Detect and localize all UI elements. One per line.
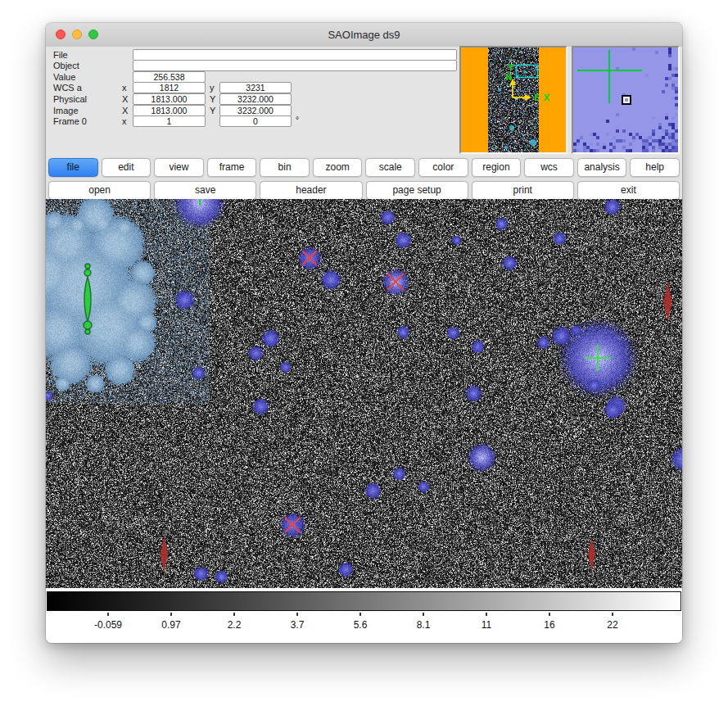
axis-label: Y — [210, 106, 215, 115]
colorbar-tick — [107, 613, 109, 616]
magnifier-canvas — [573, 48, 678, 152]
info-row-value: Value256.538 — [46, 71, 459, 83]
info-field[interactable] — [133, 60, 457, 71]
menu-button-frame[interactable]: frame — [207, 158, 257, 177]
axis-label: x — [122, 83, 127, 93]
panner-frame — [459, 46, 567, 154]
info-field[interactable]: 3231 — [219, 82, 292, 93]
info-row-label: Frame 0 — [53, 116, 87, 126]
menu-button-wcs[interactable]: wcs — [524, 158, 574, 177]
info-row-physical: PhysicalX1813.000Y3232.000 — [46, 93, 459, 105]
colorbar-tick — [296, 613, 298, 616]
axis-label: y — [210, 83, 215, 93]
info-field[interactable]: 3232.000 — [219, 105, 292, 116]
menu-button-view[interactable]: view — [154, 158, 204, 177]
colorbar-gradient[interactable] — [47, 591, 681, 611]
info-row-wcs-a: WCS ax1812y3231 — [46, 82, 459, 93]
info-row-label: Object — [53, 61, 79, 70]
menu-button-page-setup[interactable]: page setup — [366, 181, 468, 200]
menu-button-exit[interactable]: exit — [577, 181, 680, 200]
menu-button-save[interactable]: save — [154, 181, 256, 200]
info-row-label: Value — [53, 72, 75, 82]
degree-suffix: ° — [296, 115, 299, 124]
colorbar-tick-label: 8.1 — [395, 619, 452, 631]
colorbar-tick — [233, 613, 235, 616]
colorbar-tick-label: 0.97 — [142, 619, 200, 631]
magnifier-frame — [572, 46, 680, 154]
info-field[interactable]: 0 — [219, 115, 292, 127]
panner-canvas[interactable] — [461, 48, 566, 152]
desktop: SAOImage ds9 FileObjectValue256.538WCS a… — [0, 0, 728, 706]
info-row-object: Object — [46, 60, 459, 71]
info-field[interactable]: 1812 — [133, 82, 206, 93]
menu-button-header[interactable]: header — [260, 181, 362, 200]
menu-bar: fileeditviewframebinzoomscalecolorregion… — [46, 156, 682, 199]
colorbar-tick — [549, 613, 550, 616]
colorbar-tick-label: 16 — [521, 619, 578, 631]
menu-row-primary: fileeditviewframebinzoomscalecolorregion… — [46, 158, 682, 177]
colorbar-tick — [170, 613, 172, 616]
menu-button-analysis[interactable]: analysis — [577, 158, 627, 177]
menu-button-help[interactable]: help — [630, 158, 680, 177]
info-field[interactable]: 3232.000 — [219, 93, 292, 105]
info-field[interactable]: 1813.000 — [133, 93, 206, 105]
menu-button-edit[interactable]: edit — [102, 158, 151, 177]
info-row-image: ImageX1813.000Y3232.000 — [46, 105, 459, 116]
axis-label: Y — [210, 94, 215, 104]
colorbar-tick-label: 3.7 — [269, 619, 326, 631]
menu-row-secondary: opensaveheaderpage setupprintexit — [46, 181, 682, 200]
info-row-label: Physical — [53, 94, 87, 104]
info-field[interactable]: 256.538 — [133, 71, 206, 83]
colorbar-tick — [612, 613, 613, 616]
info-row-label: Image — [53, 106, 79, 115]
colorbar-tick — [486, 613, 487, 616]
window-title: SAOImage ds9 — [46, 23, 682, 47]
colorbar-tick-label: 22 — [584, 619, 641, 631]
colorbar-tick-label: -0.059 — [79, 619, 137, 631]
colorbar-tick-label: 2.2 — [206, 619, 263, 631]
info-row-label: WCS a — [53, 83, 82, 93]
image-display-canvas[interactable] — [46, 199, 682, 588]
info-field[interactable]: 1 — [133, 115, 206, 127]
info-row-label: File — [53, 50, 68, 60]
title-bar[interactable]: SAOImage ds9 — [46, 23, 682, 48]
menu-button-scale[interactable]: scale — [365, 158, 415, 177]
info-field[interactable]: 1813.000 — [133, 105, 206, 116]
menu-button-region[interactable]: region — [472, 158, 522, 177]
menu-button-color[interactable]: color — [418, 158, 468, 177]
axis-label: X — [122, 106, 128, 115]
axis-label: X — [122, 94, 128, 104]
colorbar-tick — [423, 613, 424, 616]
colorbar-tick — [359, 613, 361, 616]
menu-button-zoom[interactable]: zoom — [313, 158, 363, 177]
colorbar-tick-label: 11 — [458, 619, 515, 631]
axis-label: x — [122, 116, 127, 126]
menu-button-print[interactable]: print — [472, 181, 574, 200]
info-field[interactable] — [133, 49, 457, 61]
colorbar-panel: -0.0590.972.23.75.68.1111622 — [46, 588, 682, 643]
info-row-frame-0: Frame 0x10° — [46, 115, 459, 127]
menu-button-bin[interactable]: bin — [260, 158, 310, 177]
ds9-window: SAOImage ds9 FileObjectValue256.538WCS a… — [46, 23, 682, 643]
menu-button-file[interactable]: file — [48, 158, 98, 177]
colorbar-tick-label: 5.6 — [332, 619, 389, 631]
info-row-file: File — [46, 49, 459, 61]
menu-button-open[interactable]: open — [48, 181, 151, 200]
